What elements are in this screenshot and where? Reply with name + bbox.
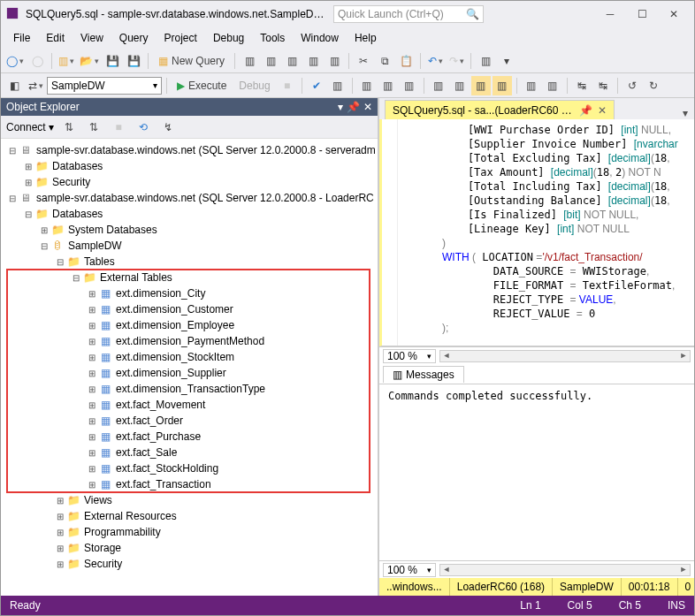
- tb-btn-2[interactable]: ▥: [261, 51, 280, 71]
- expand-icon[interactable]: ⊟: [6, 194, 19, 203]
- conn-btn2[interactable]: ⇅: [84, 118, 103, 137]
- new-item-button[interactable]: ▥: [57, 51, 76, 71]
- folder-views[interactable]: ⊞📁Views: [3, 492, 376, 508]
- menu-window[interactable]: Window: [294, 30, 346, 46]
- menu-file[interactable]: File: [6, 30, 37, 46]
- expand-icon[interactable]: ⊞: [54, 512, 66, 521]
- expand-icon[interactable]: ⊞: [86, 321, 98, 331]
- expand-icon[interactable]: ⊞: [54, 528, 66, 537]
- table-ext-dimension_PaymentMethod[interactable]: ⊞▦ext.dimension_PaymentMethod: [3, 333, 376, 349]
- save-button[interactable]: 💾: [103, 51, 122, 71]
- tb-btn-1[interactable]: ▥: [240, 51, 259, 71]
- connect-button[interactable]: Connect ▾: [6, 121, 54, 133]
- expand-icon[interactable]: ⊞: [22, 178, 34, 187]
- tb2-b8[interactable]: ▥: [493, 76, 512, 95]
- menu-view[interactable]: View: [73, 30, 111, 46]
- folder-external-resources[interactable]: ⊞📁External Resources: [3, 508, 376, 524]
- expand-icon[interactable]: ⊞: [86, 289, 98, 299]
- expand-icon[interactable]: ⊟: [54, 257, 66, 267]
- folder-sysdb[interactable]: ⊞📁System Databases: [3, 222, 376, 238]
- messages-tab[interactable]: ▥ Messages: [383, 366, 464, 383]
- server-1[interactable]: ⊟🖥sample-svr.database.windows.net (SQL S…: [3, 142, 376, 158]
- tb2-b4[interactable]: ▥: [400, 76, 419, 95]
- table-ext-fact_Transaction[interactable]: ⊞▦ext.fact_Transaction: [3, 476, 376, 492]
- expand-icon[interactable]: ⊞: [86, 305, 98, 315]
- table-ext-fact_Sale[interactable]: ⊞▦ext.fact_Sale: [3, 445, 376, 460]
- stop-button[interactable]: ■: [278, 76, 297, 95]
- tb2-b9[interactable]: ▥: [522, 76, 541, 95]
- table-ext-dimension_Supplier[interactable]: ⊞▦ext.dimension_Supplier: [3, 365, 376, 381]
- folder-external-tables[interactable]: ⊟📁External Tables: [3, 270, 376, 285]
- tab-sqlquery5[interactable]: SQLQuery5.sql - sa...(LoaderRC60 (168))*…: [385, 100, 615, 119]
- undo-button[interactable]: ↶: [425, 51, 445, 71]
- tb2-b6[interactable]: ▥: [450, 76, 470, 95]
- expand-icon[interactable]: ⊟: [70, 273, 82, 283]
- tb-btn-3[interactable]: ▥: [282, 51, 302, 71]
- table-ext-fact_Order[interactable]: ⊞▦ext.fact_Order: [3, 413, 376, 429]
- cut-button[interactable]: ✂: [354, 51, 373, 71]
- folder-databases-2[interactable]: ⊟📁Databases: [3, 206, 376, 222]
- folder-tables[interactable]: ⊟📁Tables: [3, 254, 376, 270]
- close-tab-icon[interactable]: ✕: [598, 104, 607, 117]
- db-sampledw[interactable]: ⊟🛢SampleDW: [3, 238, 376, 254]
- copy-button[interactable]: ⧉: [375, 51, 394, 71]
- execute-button[interactable]: ▶Execute: [172, 80, 232, 92]
- zoom-combo[interactable]: 100 %: [383, 349, 436, 363]
- tb2-b11[interactable]: ↹: [572, 76, 592, 95]
- expand-icon[interactable]: ⊞: [86, 464, 98, 474]
- folder-databases[interactable]: ⊞📁Databases: [3, 158, 376, 174]
- tree[interactable]: ⊟🖥sample-svr.database.windows.net (SQL S…: [1, 139, 378, 596]
- database-combo[interactable]: SampleDW: [47, 77, 162, 95]
- debug-button[interactable]: Debug: [233, 80, 275, 92]
- maximize-button[interactable]: ☐: [627, 4, 657, 24]
- dropdown-icon[interactable]: ▾: [338, 101, 343, 113]
- expand-icon[interactable]: ⊟: [38, 241, 50, 251]
- new-query-button[interactable]: ▦New Query: [153, 55, 230, 67]
- expand-icon[interactable]: ⊞: [86, 353, 98, 362]
- tb2-b14[interactable]: ↻: [644, 76, 663, 95]
- tab-dropdown-icon[interactable]: ▾: [676, 107, 694, 119]
- tb2-btn2[interactable]: ⇄: [26, 76, 45, 95]
- menu-tools[interactable]: Tools: [253, 30, 292, 46]
- tb2-b13[interactable]: ↺: [622, 76, 642, 95]
- conn-btn1[interactable]: ⇅: [59, 118, 79, 137]
- quick-launch-input[interactable]: Quick Launch (Ctrl+Q) 🔍: [333, 5, 484, 23]
- folder-security[interactable]: ⊞📁Security: [3, 556, 376, 572]
- nav-back-button[interactable]: ◯: [4, 51, 26, 71]
- menu-help[interactable]: Help: [348, 30, 384, 46]
- expand-icon[interactable]: ⊞: [86, 400, 98, 410]
- tb2-b10[interactable]: ▥: [543, 76, 562, 95]
- minimize-button[interactable]: ─: [595, 4, 625, 24]
- h-scrollbar[interactable]: [439, 350, 691, 362]
- code-area[interactable]: [WWI Purchase Order ID] [int] NULL, [Sup…: [379, 119, 694, 346]
- table-ext-dimension_Employee[interactable]: ⊞▦ext.dimension_Employee: [3, 317, 376, 333]
- expand-icon[interactable]: ⊞: [86, 384, 98, 394]
- open-button[interactable]: 📂: [78, 51, 101, 71]
- conn-btn4[interactable]: ↯: [158, 118, 178, 137]
- table-ext-dimension_TransactionType[interactable]: ⊞▦ext.dimension_TransactionType: [3, 381, 376, 397]
- expand-icon[interactable]: ⊞: [86, 369, 98, 378]
- table-ext-fact_Purchase[interactable]: ⊞▦ext.fact_Purchase: [3, 429, 376, 445]
- tb2-b1[interactable]: ▥: [328, 76, 348, 95]
- expand-icon[interactable]: ⊞: [86, 480, 98, 490]
- table-ext-fact_StockHolding[interactable]: ⊞▦ext.fact_StockHolding: [3, 460, 376, 476]
- menu-query[interactable]: Query: [112, 30, 156, 46]
- expand-icon[interactable]: ⊞: [54, 544, 66, 553]
- tb2-btn1[interactable]: ◧: [4, 76, 24, 95]
- server-2[interactable]: ⊟🖥sample-svr.database.windows.net (SQL S…: [3, 190, 376, 206]
- tb2-b5[interactable]: ▥: [429, 76, 448, 95]
- h-scrollbar-2[interactable]: [439, 564, 691, 576]
- expand-icon[interactable]: ⊞: [54, 559, 66, 569]
- folder-security[interactable]: ⊞📁Security: [3, 174, 376, 190]
- tb2-b3[interactable]: ▥: [378, 76, 398, 95]
- folder-storage[interactable]: ⊞📁Storage: [3, 540, 376, 556]
- refresh-icon[interactable]: ⟲: [134, 118, 153, 137]
- menu-project[interactable]: Project: [157, 30, 204, 46]
- tb-btn-5[interactable]: ▥: [325, 51, 344, 71]
- expand-icon[interactable]: ⊞: [86, 337, 98, 346]
- expand-icon[interactable]: ⊞: [86, 448, 98, 458]
- expand-icon[interactable]: ⊞: [86, 432, 98, 442]
- tb2-b2[interactable]: ▥: [357, 76, 377, 95]
- save-all-button[interactable]: 💾: [124, 51, 143, 71]
- conn-btn3[interactable]: ■: [109, 118, 128, 137]
